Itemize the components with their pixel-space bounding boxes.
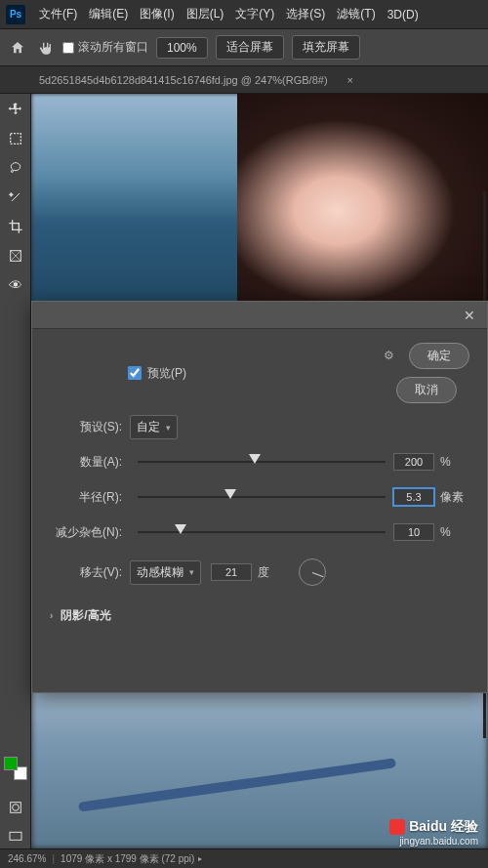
menubar: Ps 文件(F) 编辑(E) 图像(I) 图层(L) 文字(Y) 选择(S) 滤…	[0, 0, 488, 29]
color-swatches[interactable]	[4, 757, 27, 780]
dialog-titlebar[interactable]: ✕	[32, 302, 487, 329]
angle-dial[interactable]	[299, 558, 326, 586]
scroll-all-checkbox[interactable]: 滚动所有窗口	[62, 39, 148, 56]
menu-type[interactable]: 文字(Y)	[229, 6, 280, 22]
radius-slider[interactable]	[138, 489, 386, 505]
preset-select[interactable]: 自定 ▾	[130, 415, 178, 439]
remove-value: 动感模糊	[137, 564, 183, 581]
shadows-highlights-label: 阴影/高光	[61, 607, 110, 624]
amount-unit: %	[440, 455, 469, 469]
noise-label: 减少杂色(N):	[50, 524, 130, 541]
radius-label: 半径(R):	[50, 489, 130, 506]
chevron-down-icon: ▾	[189, 567, 194, 577]
sharpen-dialog: ✕ 预览(P) ⚙ 确定 取消 预设(S): 自定	[31, 301, 488, 693]
chevron-right-icon[interactable]: ▸	[198, 854, 202, 863]
scroll-all-input[interactable]	[62, 42, 74, 54]
noise-input[interactable]	[393, 523, 434, 541]
watermark-url: jingyan.baidu.com	[389, 836, 478, 847]
quickmask-icon[interactable]	[4, 796, 27, 819]
svg-point-3	[12, 805, 19, 811]
cancel-button[interactable]: 取消	[396, 377, 457, 403]
crop-tool[interactable]	[4, 215, 27, 238]
lasso-tool[interactable]	[4, 156, 27, 180]
remove-label: 移去(V):	[50, 564, 130, 581]
radius-input[interactable]	[393, 488, 434, 506]
radius-unit: 像素	[440, 489, 469, 506]
baidu-paw-icon	[389, 819, 405, 835]
status-dimensions: 1079 像素 x 1799 像素 (72 ppi)	[61, 852, 194, 866]
tab-close-icon[interactable]: ×	[347, 74, 353, 86]
fit-screen-button[interactable]: 适合屏幕	[216, 35, 284, 60]
chevron-down-icon: ▾	[166, 423, 171, 433]
close-icon[interactable]: ✕	[460, 306, 479, 325]
menu-edit[interactable]: 编辑(E)	[83, 6, 134, 22]
left-toolbar: 👁	[0, 94, 31, 848]
main-area: 👁 ✕ 预览(P)	[0, 94, 488, 848]
remove-select[interactable]: 动感模糊 ▾	[130, 560, 201, 585]
menu-3d[interactable]: 3D(D)	[382, 8, 425, 21]
angle-unit: 度	[258, 564, 287, 581]
eye-tool[interactable]: 👁	[4, 273, 27, 297]
scroll-all-label: 滚动所有窗口	[78, 39, 148, 56]
ps-logo: Ps	[6, 5, 25, 24]
frame-tool[interactable]	[4, 244, 27, 268]
amount-slider[interactable]	[138, 454, 386, 470]
menu-image[interactable]: 图像(I)	[134, 6, 180, 22]
chevron-right-icon: ›	[50, 610, 53, 621]
foreground-swatch[interactable]	[4, 757, 18, 770]
status-bar: 246.67% | 1079 像素 x 1799 像素 (72 ppi) ▸	[0, 848, 488, 868]
menu-layer[interactable]: 图层(L)	[181, 6, 230, 22]
preset-label: 预设(S):	[50, 419, 130, 435]
noise-slider[interactable]	[138, 524, 386, 540]
status-zoom[interactable]: 246.67%	[8, 853, 46, 864]
image-portrait	[237, 94, 488, 328]
svg-rect-0	[10, 134, 20, 145]
document-tab-title[interactable]: 5d2651845d4b6128d841415c16746fd.jpg @ 24…	[39, 74, 328, 86]
noise-unit: %	[440, 525, 469, 539]
menu-select[interactable]: 选择(S)	[280, 6, 331, 22]
home-icon[interactable]	[8, 38, 27, 58]
move-tool[interactable]	[4, 98, 27, 121]
preview-input[interactable]	[128, 366, 142, 380]
watermark: Baidu 经验 jingyan.baidu.com	[389, 818, 478, 847]
angle-input[interactable]	[211, 563, 252, 581]
options-bar: 滚动所有窗口 100% 适合屏幕 填充屏幕	[0, 29, 488, 66]
preview-checkbox[interactable]: 预览(P)	[128, 365, 186, 382]
zoom-100-button[interactable]: 100%	[156, 37, 208, 59]
amount-input[interactable]	[393, 453, 434, 471]
ok-button[interactable]: 确定	[409, 343, 469, 369]
amount-label: 数量(A):	[50, 454, 130, 471]
svg-rect-4	[10, 832, 21, 840]
marquee-tool[interactable]	[4, 127, 27, 150]
hand-tool-icon[interactable]	[35, 38, 55, 58]
watermark-brand: Baidu 经验	[409, 818, 478, 836]
wand-tool[interactable]	[4, 186, 27, 209]
menu-file[interactable]: 文件(F)	[33, 6, 83, 22]
menu-filter[interactable]: 滤镜(T)	[331, 6, 381, 22]
fill-screen-button[interactable]: 填充屏幕	[292, 35, 360, 60]
screenmode-icon[interactable]	[4, 825, 27, 848]
gear-icon[interactable]: ⚙	[384, 349, 399, 364]
document-tab-bar: 5d2651845d4b6128d841415c16746fd.jpg @ 24…	[0, 66, 488, 94]
preset-value: 自定	[137, 419, 160, 435]
shadows-highlights-section[interactable]: › 阴影/高光	[50, 601, 469, 630]
preview-label: 预览(P)	[147, 365, 186, 382]
